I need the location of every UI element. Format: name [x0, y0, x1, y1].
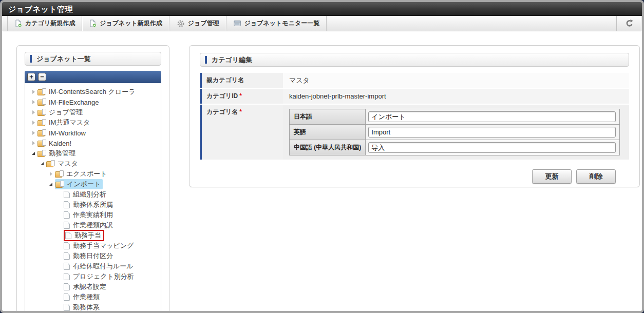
chevron-right-icon[interactable] — [29, 141, 37, 145]
create-category-button[interactable]: カテゴリ新規作成 — [8, 16, 82, 31]
locale-label-english: 英語 — [290, 125, 366, 140]
locale-row-english: 英語 — [290, 125, 620, 140]
chevron-expanded-icon[interactable] — [38, 162, 46, 165]
folder-icon — [37, 99, 46, 106]
category-name-japanese-input[interactable] — [368, 111, 616, 122]
page-icon — [64, 294, 70, 301]
chevron-right-icon[interactable] — [29, 121, 37, 125]
header-accent-bar — [205, 56, 207, 64]
page-icon — [64, 201, 70, 208]
tree-item[interactable]: IM-ContentsSearch クローラ — [25, 87, 161, 97]
job-management-label: ジョブ管理 — [188, 19, 219, 28]
folder-icon — [37, 109, 46, 116]
required-mark: * — [239, 108, 242, 115]
selected-highlight: インポート — [55, 179, 103, 189]
tree-item-label: 勤務日付区分 — [73, 251, 113, 261]
create-category-label: カテゴリ新規作成 — [25, 19, 75, 28]
category-edit-panel: カテゴリ編集 親カテゴリ名 マスタ カテゴリID* kaiden-jobnet-… — [189, 45, 640, 187]
tree-item-label: IM-Workflow — [49, 129, 86, 137]
tree-item-label: インポート — [67, 180, 101, 189]
tree-item-label: 勤務体系所属 — [73, 200, 113, 209]
collapse-all-button[interactable]: − — [38, 73, 46, 81]
tree-item-label: ジョブ管理 — [49, 108, 83, 117]
tree-item[interactable]: Kaiden! — [25, 138, 161, 148]
tree-item-label: 勤務管理 — [49, 149, 75, 158]
category-name-english-input[interactable] — [368, 127, 616, 138]
tree-item-label: IM-ContentsSearch クローラ — [49, 87, 136, 96]
gear-icon — [177, 19, 185, 28]
tree-item[interactable]: IM共通マスタ — [25, 118, 161, 128]
locale-row-chinese: 中国語 (中華人民共和国) — [290, 140, 620, 155]
category-edit-form: 親カテゴリ名 マスタ カテゴリID* kaiden-jobnet-prlb-ma… — [200, 73, 629, 160]
document-add-icon — [15, 19, 22, 27]
category-name-chinese-input[interactable] — [368, 142, 616, 153]
category-name-value: 日本語 英語 中国語 (中華人民共和国) — [283, 105, 629, 160]
update-button[interactable]: 更新 — [532, 169, 572, 184]
chevron-right-icon[interactable] — [29, 131, 37, 135]
tree-item[interactable]: 勤務手当マッピング — [25, 241, 161, 251]
tree-item[interactable]: IM-FileExchange — [25, 97, 161, 107]
tree-item[interactable]: プロジェクト別分析 — [25, 271, 161, 282]
tree-item[interactable]: 勤務管理 — [25, 148, 161, 159]
tree-item-label: マスタ — [58, 159, 78, 168]
tree-item-label: エクスポート — [66, 169, 107, 179]
create-jobnet-button[interactable]: ジョブネット新規作成 — [83, 16, 169, 31]
tree-item[interactable]: 勤務体系所属 — [25, 200, 161, 210]
chevron-right-icon[interactable] — [29, 100, 37, 104]
parent-category-value: マスタ — [283, 73, 629, 88]
folder-icon — [37, 140, 46, 147]
tree-item[interactable]: 勤務日付区分 — [25, 251, 161, 261]
tree-item-label: 勤務手当 — [74, 231, 101, 240]
locale-label-chinese: 中国語 (中華人民共和国) — [290, 140, 366, 155]
locale-label-japanese: 日本語 — [290, 109, 366, 125]
parent-category-row: 親カテゴリ名 マスタ — [200, 73, 629, 88]
page-icon — [64, 304, 70, 311]
page-title: ジョブネット管理 — [2, 2, 642, 16]
tree-item-label: 作業実績利用 — [73, 210, 113, 220]
chevron-right-icon[interactable] — [47, 172, 55, 176]
chevron-right-icon[interactable] — [29, 110, 37, 114]
tree-item[interactable]: 有給休暇付与ルール — [25, 261, 161, 271]
jobnet-list-panel: ジョブネット一覧 + − IM-ContentsSearch クローラ IM-F… — [16, 45, 169, 313]
chevron-expanded-icon[interactable] — [47, 183, 55, 186]
tree-item[interactable]: 組織別分析 — [25, 189, 161, 200]
app-window: ジョブネット管理 カテゴリ新規作成 ジョブネット新規作成 — [0, 0, 644, 313]
tree-list: IM-ContentsSearch クローラ IM-FileExchange ジ… — [25, 83, 161, 312]
delete-button[interactable]: 削除 — [576, 169, 616, 184]
tree-item[interactable]: 作業種類内訳 — [25, 220, 161, 230]
chevron-right-icon[interactable] — [29, 90, 37, 94]
chevron-expanded-icon[interactable] — [29, 152, 37, 155]
page-icon — [64, 283, 70, 290]
refresh-button[interactable] — [617, 16, 641, 31]
tree-item[interactable]: IM-Workflow — [25, 128, 161, 138]
jobnet-monitor-list-button[interactable]: ジョブネットモニター一覧 — [227, 16, 327, 31]
tree-item[interactable]: 作業実績利用 — [25, 210, 161, 220]
category-edit-title: カテゴリ編集 — [212, 55, 252, 65]
tree-item[interactable]: ジョブ管理 — [25, 107, 161, 118]
tree-item-label: IM共通マスタ — [49, 118, 90, 127]
expand-all-button[interactable]: + — [27, 73, 35, 81]
monitor-list-icon — [234, 19, 241, 27]
required-mark: * — [239, 92, 242, 100]
form-actions: 更新 削除 — [200, 169, 616, 184]
category-edit-header: カテゴリ編集 — [200, 53, 629, 67]
tree-item-selected[interactable]: インポート — [25, 179, 161, 189]
folder-icon — [55, 181, 64, 188]
tree-item[interactable]: 作業種類 — [25, 292, 161, 302]
folder-icon — [37, 150, 46, 157]
tree-item[interactable]: エクスポート — [25, 169, 161, 179]
tree-item-annotated[interactable]: 勤務手当 — [25, 230, 161, 241]
parent-category-label: 親カテゴリ名 — [200, 73, 283, 88]
jobnet-tree: + − IM-ContentsSearch クローラ IM-FileExchan… — [25, 71, 161, 313]
tree-item[interactable]: マスタ — [25, 159, 161, 169]
tree-item[interactable]: 勤務体系 — [25, 302, 161, 312]
folder-icon — [37, 88, 46, 95]
tree-item-label: 組織別分析 — [73, 190, 106, 199]
folder-icon — [37, 119, 46, 126]
job-management-button[interactable]: ジョブ管理 — [170, 16, 226, 31]
tree-item[interactable]: 承認者設定 — [25, 282, 161, 292]
locale-table: 日本語 英語 中国語 (中華人民共和国) — [289, 109, 620, 155]
category-id-value: kaiden-jobnet-prlb-master-import — [283, 89, 629, 104]
page-icon — [64, 263, 70, 270]
tree-item-label: 勤務体系 — [73, 303, 100, 312]
